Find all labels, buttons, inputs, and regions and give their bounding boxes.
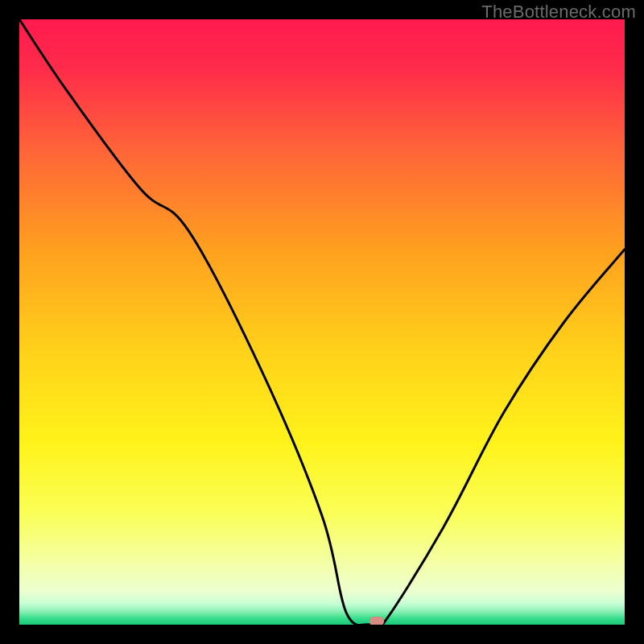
chart-container: TheBottleneck.com	[0, 0, 644, 644]
optimal-marker	[369, 617, 384, 625]
bottleneck-curve	[19, 19, 625, 625]
plot-area	[19, 19, 625, 625]
curve-layer	[19, 19, 625, 625]
